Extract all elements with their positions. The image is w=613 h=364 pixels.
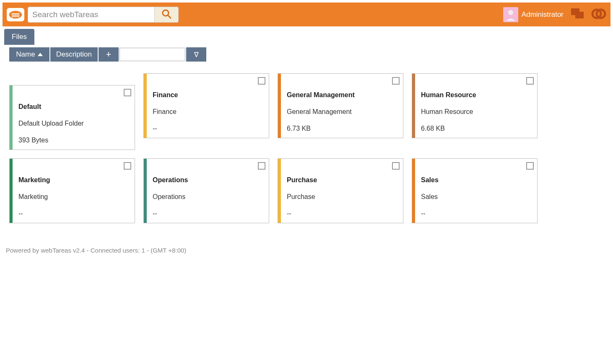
- color-stripe: [10, 159, 13, 223]
- folder-card[interactable]: MarketingMarketing--: [9, 158, 135, 223]
- folder-title: Marketing: [18, 176, 129, 184]
- select-checkbox[interactable]: [392, 162, 400, 170]
- select-checkbox[interactable]: [258, 162, 265, 170]
- folder-size: --: [153, 210, 263, 217]
- select-checkbox[interactable]: [124, 162, 131, 170]
- folder-card[interactable]: General ManagementGeneral Management6.73…: [278, 73, 403, 138]
- folder-title: General Management: [287, 91, 397, 99]
- search-wrap: [28, 7, 179, 23]
- tab-files[interactable]: Files: [4, 29, 34, 45]
- username-label[interactable]: Administrator: [522, 10, 564, 19]
- color-stripe: [10, 85, 13, 150]
- toolbar: Name Description + ∇: [9, 47, 613, 62]
- filter-button[interactable]: ∇: [186, 47, 206, 62]
- folder-desc: Human Resource: [421, 108, 531, 116]
- select-checkbox[interactable]: [258, 77, 265, 85]
- card-body: SalesSales--: [415, 159, 537, 223]
- svg-rect-8: [575, 12, 584, 18]
- folder-title: Purchase: [287, 176, 397, 184]
- select-checkbox[interactable]: [526, 162, 534, 170]
- folder-size: --: [18, 210, 129, 217]
- svg-rect-2: [12, 15, 20, 15]
- folder-card[interactable]: DefaultDefault Upload Folder393 Bytes: [9, 85, 135, 150]
- folder-card[interactable]: OperationsOperations--: [143, 158, 269, 223]
- app-logo[interactable]: [7, 8, 24, 21]
- color-stripe: [144, 159, 147, 223]
- folder-size: --: [153, 125, 263, 132]
- folder-desc: Operations: [153, 193, 263, 201]
- sort-name-button[interactable]: Name: [9, 47, 49, 62]
- chat-icon[interactable]: [570, 8, 584, 22]
- card-body: PurchasePurchase--: [281, 159, 403, 223]
- filter-input[interactable]: [119, 48, 185, 61]
- avatar[interactable]: [503, 7, 518, 22]
- svg-rect-3: [12, 16, 20, 17]
- folder-title: Default: [18, 103, 129, 111]
- folder-size: --: [287, 210, 397, 217]
- select-checkbox[interactable]: [392, 77, 400, 85]
- folder-card[interactable]: FinanceFinance--: [143, 73, 269, 138]
- card-body: MarketingMarketing--: [13, 159, 135, 223]
- select-checkbox[interactable]: [124, 89, 131, 96]
- sort-asc-icon: [38, 53, 43, 56]
- color-stripe: [412, 74, 415, 138]
- svg-point-6: [508, 10, 513, 15]
- folder-title: Human Resource: [421, 91, 531, 99]
- card-body: FinanceFinance--: [147, 74, 269, 138]
- add-button[interactable]: +: [99, 47, 119, 62]
- svg-rect-1: [12, 13, 20, 14]
- folder-size: 6.73 KB: [287, 125, 397, 132]
- folder-title: Sales: [421, 176, 531, 184]
- sort-description-button[interactable]: Description: [50, 47, 98, 62]
- svg-line-5: [168, 15, 171, 18]
- select-checkbox[interactable]: [526, 77, 534, 85]
- color-stripe: [278, 159, 281, 223]
- search-icon: [161, 8, 172, 21]
- search-button[interactable]: [155, 7, 179, 23]
- app-header: Administrator: [3, 3, 610, 26]
- card-body: General ManagementGeneral Management6.73…: [281, 74, 403, 138]
- folder-desc: Finance: [153, 108, 263, 116]
- color-stripe: [412, 159, 415, 223]
- footer-text: Powered by webTareas v2.4 - Connected us…: [6, 247, 613, 254]
- folder-desc: Purchase: [287, 193, 397, 201]
- folder-desc: Default Upload Folder: [18, 120, 129, 127]
- card-body: Human ResourceHuman Resource6.68 KB: [415, 74, 537, 138]
- folder-title: Operations: [153, 176, 263, 184]
- folder-card[interactable]: Human ResourceHuman Resource6.68 KB: [412, 73, 538, 138]
- color-stripe: [278, 74, 281, 138]
- folder-size: --: [421, 210, 531, 217]
- folder-desc: Marketing: [18, 193, 129, 201]
- folder-size: 393 Bytes: [18, 137, 129, 144]
- folder-desc: General Management: [287, 108, 397, 116]
- color-stripe: [144, 74, 147, 138]
- link-icon[interactable]: [591, 6, 606, 23]
- folder-card[interactable]: PurchasePurchase--: [278, 158, 403, 223]
- card-body: DefaultDefault Upload Folder393 Bytes: [13, 85, 135, 150]
- sort-name-label: Name: [16, 50, 35, 59]
- folder-card[interactable]: SalesSales--: [412, 158, 538, 223]
- folder-size: 6.68 KB: [421, 125, 531, 132]
- folder-desc: Sales: [421, 193, 531, 201]
- tabbar: Files: [4, 29, 613, 45]
- search-input[interactable]: [28, 7, 155, 23]
- folder-title: Finance: [153, 91, 263, 99]
- folder-grid: DefaultDefault Upload Folder393 BytesFin…: [9, 73, 546, 223]
- card-body: OperationsOperations--: [147, 159, 269, 223]
